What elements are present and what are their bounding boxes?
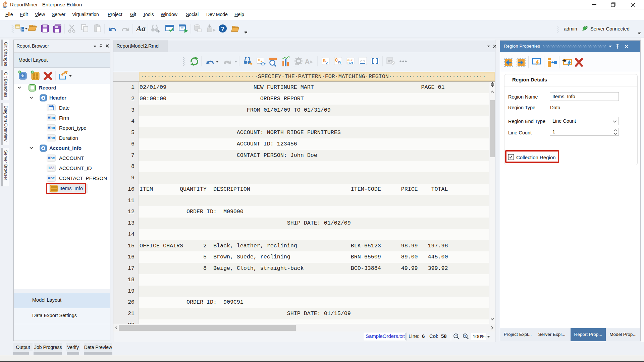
svg-text:z: z [326,60,328,65]
svg-text:0: 0 [335,57,338,63]
svg-text:Server Connected: Server Connected [590,26,630,32]
svg-text:9: 9 [338,60,341,65]
svg-text:0-9: 0-9 [347,61,353,65]
svg-text:a: a [323,57,326,63]
svg-text:Aa: Aa [136,24,146,33]
svg-text:100%: 100% [473,334,485,339]
svg-text:admin: admin [564,26,577,32]
svg-text:A: A [305,58,310,66]
svg-text:?: ? [221,26,225,33]
